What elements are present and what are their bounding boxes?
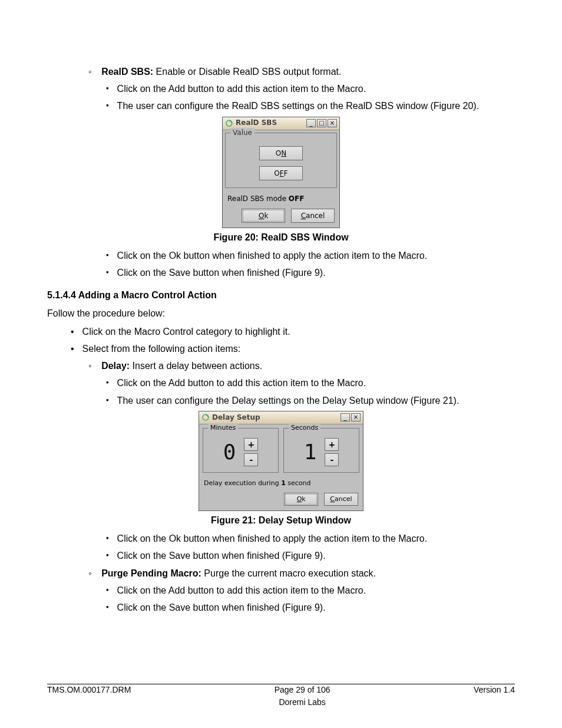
titlebar: Delay Setup _ ×: [199, 411, 363, 424]
status-text: Delay execution during 1 second: [199, 476, 363, 490]
maximize-button[interactable]: □: [317, 119, 326, 127]
minutes-plus-button[interactable]: +: [244, 438, 258, 451]
list-item: Click on the Save button when finished (…: [106, 549, 515, 562]
footer-mid: Page 29 of 106 Doremi Labs: [131, 684, 474, 708]
seconds-spinner: + -: [325, 438, 339, 466]
minutes-display: 0: [223, 437, 239, 467]
list-circle: Delay: Insert a delay between actions.: [47, 359, 515, 373]
seconds-plus-button[interactable]: +: [325, 438, 339, 451]
reald-desc: Enable or Disable RealD SBS output forma…: [153, 67, 341, 77]
group-label: Minutes: [208, 423, 238, 433]
minutes-minus-button[interactable]: -: [244, 453, 258, 466]
cancel-button[interactable]: Cancel: [324, 493, 358, 506]
purge-label: Purge Pending Macro:: [101, 568, 201, 578]
purge-desc: Purge the current macro execution stack.: [201, 568, 376, 578]
list-item: RealD SBS: Enable or Disable RealD SBS o…: [88, 65, 515, 78]
group-label: Seconds: [289, 423, 320, 433]
delay-label: Delay:: [101, 361, 130, 371]
app-icon: [201, 413, 210, 421]
page: RealD SBS: Enable or Disable RealD SBS o…: [0, 0, 562, 728]
list-bullet: Click on the Macro Control category to h…: [47, 325, 515, 355]
list-circle: Purge Pending Macro: Purge the current m…: [47, 566, 515, 580]
section-heading: 5.1.4.4 Adding a Macro Control Action: [47, 288, 515, 302]
seconds-display: 1: [304, 437, 319, 467]
close-button[interactable]: ×: [328, 119, 337, 127]
figure-caption: Figure 21: Delay Setup Window: [47, 513, 515, 527]
list-square: Click on the Add button to add this acti…: [47, 376, 515, 407]
minutes-group: Minutes 0 + -: [203, 428, 279, 473]
minimize-button[interactable]: _: [306, 119, 316, 127]
list-item: The user can configure the Delay setting…: [106, 394, 515, 407]
cancel-button[interactable]: Cancel: [291, 209, 335, 223]
minimize-button[interactable]: _: [340, 413, 350, 421]
ok-button[interactable]: Ok: [284, 493, 318, 506]
list-item: Click on the Ok button when finished to …: [106, 249, 515, 262]
list-item: Click on the Save button when finished (…: [106, 601, 515, 614]
list-item: Click on the Add button to add this acti…: [106, 584, 515, 597]
list-square: Click on the Ok button when finished to …: [47, 249, 515, 279]
off-button[interactable]: OFF: [259, 166, 303, 180]
list-item: Select from the following action items:: [71, 342, 515, 355]
value-group: Value ON OFF: [225, 133, 337, 188]
status-text: RealD SBS mode OFF: [223, 190, 339, 206]
paragraph: Follow the procedure below:: [47, 307, 515, 320]
list-item: Click on the Add button to add this acti…: [106, 82, 515, 95]
seconds-minus-button[interactable]: -: [325, 453, 339, 466]
list-square: Click on the Add button to add this acti…: [47, 584, 515, 614]
figure-20: RealD SBS _ □ × Value ON OFF RealD SBS m…: [47, 117, 515, 245]
delay-desc: Insert a delay between actions.: [130, 361, 262, 371]
footer: TMS.OM.000177.DRM Page 29 of 106 Doremi …: [47, 684, 515, 708]
button-row: Ok Cancel: [199, 490, 363, 510]
minutes-spinner: + -: [244, 438, 258, 466]
list-item: Click on the Save button when finished (…: [106, 266, 515, 279]
list-item: Delay: Insert a delay between actions.: [88, 359, 515, 373]
delay-body: Minutes 0 + - Seconds 1 + -: [199, 424, 363, 476]
ok-button[interactable]: Ok: [242, 209, 285, 223]
window-title: Delay Setup: [212, 413, 340, 423]
list-item: Purge Pending Macro: Purge the current m…: [88, 566, 515, 580]
reald-window: RealD SBS _ □ × Value ON OFF RealD SBS m…: [222, 117, 340, 228]
list-item: The user can configure the RealD SBS set…: [106, 99, 515, 113]
figure-caption: Figure 20: RealD SBS Window: [47, 230, 515, 244]
button-row: Ok Cancel: [223, 206, 339, 228]
delay-window: Delay Setup _ × Minutes 0 + - Seconds: [199, 411, 363, 511]
footer-right: Version 1.4: [474, 684, 515, 708]
list-item: Click on the Add button to add this acti…: [106, 376, 515, 390]
on-button[interactable]: ON: [259, 146, 303, 160]
reald-label: RealD SBS:: [101, 67, 153, 77]
group-label: Value: [230, 128, 254, 138]
list-item: Click on the Ok button when finished to …: [106, 532, 515, 545]
list-circle: RealD SBS: Enable or Disable RealD SBS o…: [47, 65, 515, 78]
footer-left: TMS.OM.000177.DRM: [47, 684, 131, 708]
app-icon: [225, 119, 233, 127]
list-square: Click on the Ok button when finished to …: [47, 532, 515, 562]
figure-21: Delay Setup _ × Minutes 0 + - Seconds: [47, 411, 515, 527]
seconds-group: Seconds 1 + -: [283, 428, 359, 473]
list-square: Click on the Add button to add this acti…: [47, 82, 515, 113]
close-button[interactable]: ×: [351, 413, 361, 421]
window-title: RealD SBS: [236, 118, 306, 128]
window-controls: _ □ ×: [306, 119, 337, 127]
list-item: Click on the Macro Control category to h…: [71, 325, 515, 338]
window-controls: _ ×: [340, 413, 361, 421]
